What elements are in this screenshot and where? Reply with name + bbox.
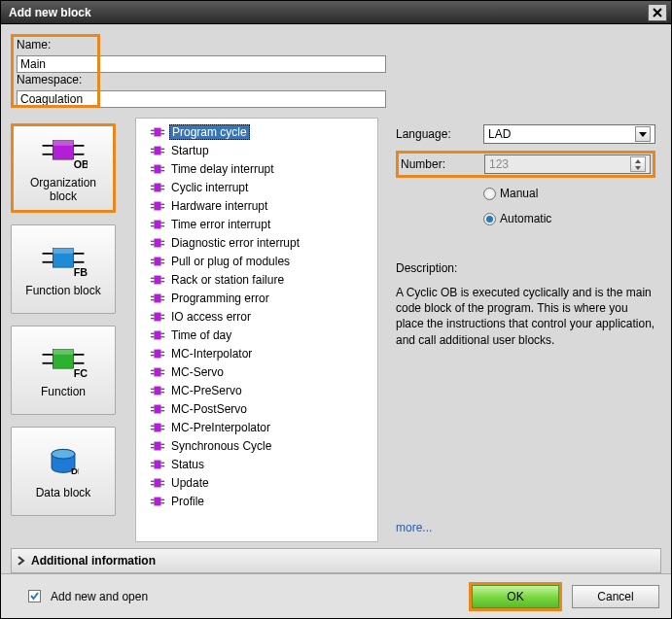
ob-list-item-label: Time delay interrupt: [169, 162, 276, 176]
svg-rect-84: [154, 349, 160, 358]
svg-rect-69: [154, 293, 160, 302]
svg-rect-29: [154, 146, 160, 155]
number-spinner[interactable]: [630, 156, 646, 172]
spinner-down-icon[interactable]: [631, 164, 645, 171]
number-row-highlight: Number: 123: [396, 151, 655, 178]
dropdown-arrow-icon: [635, 126, 651, 142]
ob-list-item[interactable]: Pull or plug of modules: [136, 252, 377, 270]
ob-list-item-label: Diagnostic error interrupt: [169, 236, 301, 250]
ob-list-item[interactable]: Time delay interrupt: [136, 159, 377, 178]
ob-list-item[interactable]: Update: [136, 473, 377, 492]
ob-list-item[interactable]: IO access error: [136, 307, 377, 326]
dialog-footer: Add new and open OK Cancel: [1, 573, 671, 618]
name-namespace-section: Name: Namespace:: [11, 34, 661, 104]
ob-list-item-label: Profile: [169, 495, 206, 508]
add-new-block-dialog: Add new block Name: Namespace: OB Organi…: [0, 0, 672, 619]
ob-mini-icon: [150, 163, 165, 175]
ob-mini-icon: [150, 200, 165, 212]
language-row: Language: LAD: [396, 123, 655, 145]
number-input[interactable]: 123: [484, 155, 651, 174]
ob-mini-icon: [150, 422, 165, 433]
ob-list-item-label: Synchronous Cycle: [169, 439, 273, 453]
add-open-label: Add new and open: [51, 590, 148, 603]
svg-text:FB: FB: [74, 266, 88, 278]
more-link[interactable]: more...: [396, 521, 655, 534]
language-select[interactable]: LAD: [483, 124, 655, 144]
block-type-label: Function block: [25, 284, 100, 297]
svg-rect-99: [154, 404, 160, 413]
close-button[interactable]: [648, 4, 667, 21]
spinner-up-icon[interactable]: [631, 157, 645, 164]
ob-list-item[interactable]: Program cycle: [136, 122, 377, 141]
svg-rect-74: [154, 312, 160, 321]
ob-list-item-label: Time of day: [169, 328, 233, 342]
ob-mini-icon: [150, 496, 165, 507]
ob-list-item[interactable]: Time error interrupt: [136, 215, 377, 233]
block-type-db[interactable]: DB Data block: [11, 427, 116, 516]
name-input[interactable]: [17, 55, 386, 73]
ok-highlight-frame: OK: [469, 582, 562, 611]
ob-mini-icon: [150, 256, 165, 267]
main-area: OB Organization block FB Function block …: [11, 118, 661, 542]
block-type-fc[interactable]: FC Function: [11, 326, 116, 415]
automatic-label: Automatic: [500, 212, 551, 225]
ob-list-item-label: IO access error: [169, 310, 253, 324]
svg-text:DB: DB: [71, 465, 79, 476]
cancel-button[interactable]: Cancel: [572, 585, 659, 608]
svg-rect-1: [53, 140, 73, 145]
ob-list-item[interactable]: MC-PostServo: [136, 399, 377, 418]
ok-button[interactable]: OK: [472, 585, 559, 608]
ob-icon: OB: [39, 133, 88, 172]
add-open-checkbox[interactable]: [28, 590, 41, 602]
ob-list-item[interactable]: MC-PreServo: [136, 381, 377, 399]
ob-list-item[interactable]: Synchronous Cycle: [136, 436, 377, 455]
dialog-body: Name: Namespace: OB Organization block F…: [1, 24, 671, 573]
ob-list-item-label: MC-Servo: [169, 365, 226, 379]
block-type-ob[interactable]: OB Organization block: [11, 123, 116, 213]
svg-rect-34: [154, 164, 160, 173]
ob-list-item[interactable]: MC-PreInterpolator: [136, 418, 377, 436]
namespace-label: Namespace:: [17, 73, 82, 86]
ob-mini-icon: [150, 366, 165, 378]
window-title: Add new block: [5, 6, 648, 19]
svg-rect-49: [154, 220, 160, 228]
ob-mini-icon: [150, 403, 165, 415]
ob-list-item[interactable]: MC-Interpolator: [136, 344, 377, 362]
manual-radio[interactable]: [483, 188, 496, 200]
automatic-radio[interactable]: [483, 213, 496, 225]
ob-mini-icon: [150, 311, 165, 323]
block-type-label: Function: [41, 385, 86, 398]
ob-list-item[interactable]: Time of day: [136, 326, 377, 344]
ob-type-list[interactable]: Program cycle Startup Time delay interru…: [135, 118, 378, 542]
ob-list-item[interactable]: Rack or station failure: [136, 270, 377, 289]
ob-list-item[interactable]: Diagnostic error interrupt: [136, 233, 377, 252]
ob-list-item[interactable]: MC-Servo: [136, 362, 377, 381]
svg-rect-109: [154, 441, 160, 450]
ob-list-item-label: MC-Interpolator: [169, 347, 254, 361]
svg-rect-94: [154, 386, 160, 395]
automatic-radio-row[interactable]: Automatic: [483, 209, 655, 228]
ob-list-item[interactable]: Startup: [136, 141, 377, 159]
ob-list-item-label: Program cycle: [169, 124, 250, 140]
ob-list-item[interactable]: Status: [136, 455, 377, 473]
svg-rect-119: [154, 478, 160, 487]
ob-list-item[interactable]: Hardware interrupt: [136, 196, 377, 215]
ob-mini-icon: [150, 440, 165, 452]
ob-mini-icon: [150, 459, 165, 470]
ob-list-item-label: Hardware interrupt: [169, 199, 269, 213]
ob-list-item[interactable]: Programming error: [136, 289, 377, 307]
ob-list-item-label: Update: [169, 476, 211, 490]
ob-list-item-label: Pull or plug of modules: [169, 255, 292, 268]
manual-radio-row[interactable]: Manual: [483, 184, 655, 203]
svg-text:OB: OB: [74, 158, 88, 170]
ob-mini-icon: [150, 182, 165, 193]
svg-text:FC: FC: [74, 367, 88, 379]
additional-information-expander[interactable]: Additional information: [11, 548, 661, 573]
manual-label: Manual: [500, 187, 538, 200]
ob-list-item[interactable]: Profile: [136, 492, 377, 510]
namespace-input[interactable]: [17, 90, 386, 108]
fc-icon: FC: [39, 342, 88, 381]
ob-list-item[interactable]: Cyclic interrupt: [136, 178, 377, 196]
ob-mini-icon: [150, 145, 165, 156]
block-type-fb[interactable]: FB Function block: [11, 224, 116, 314]
